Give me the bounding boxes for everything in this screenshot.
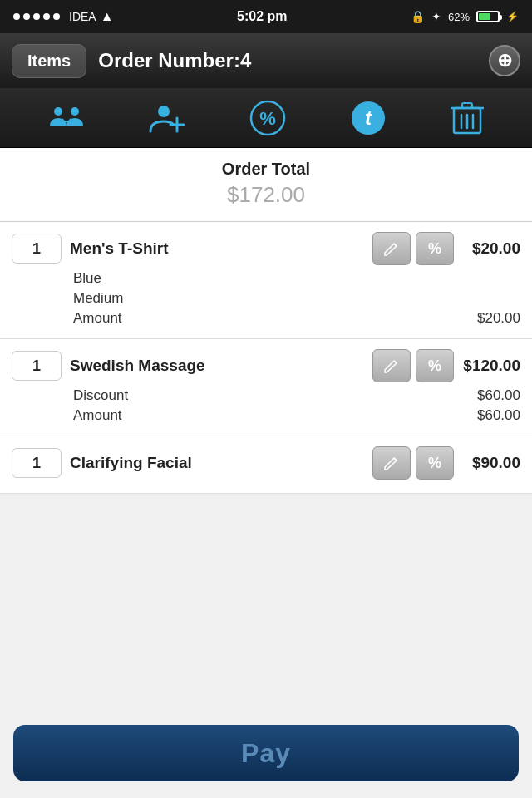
delete-order-button[interactable]	[451, 100, 484, 136]
svg-rect-11	[462, 103, 472, 108]
add-customer-button[interactable]	[149, 101, 185, 135]
discount-button[interactable]: %	[249, 100, 286, 136]
percent-icon: %	[428, 240, 441, 258]
item-detail-line: Medium	[12, 288, 520, 308]
pay-section: Pay	[0, 713, 532, 798]
bluetooth-icon: ✦	[431, 10, 441, 23]
time-label: 5:02 pm	[237, 9, 287, 24]
item-amount-label: Amount	[73, 310, 122, 327]
item-detail-line: Amount $60.00	[12, 406, 520, 426]
item-detail-line: Blue	[12, 268, 520, 288]
signal-dots	[13, 13, 60, 20]
item-name: Men's T-Shirt	[70, 239, 364, 258]
item-name: Swedish Massage	[70, 357, 364, 375]
back-button[interactable]: Items	[12, 44, 86, 78]
status-bar: IDEA ▲ 5:02 pm 🔒 ✦ 62% ⚡	[0, 0, 532, 33]
lock-icon: 🔒	[411, 10, 425, 23]
item-price: $90.00	[462, 454, 520, 472]
battery-indicator	[476, 11, 500, 22]
order-total-section: Order Total $172.00	[0, 148, 532, 222]
tip-button[interactable]: t	[350, 100, 387, 136]
edit-item-button[interactable]	[372, 232, 411, 265]
wifi-icon: ▲	[101, 9, 114, 24]
item-price: $120.00	[462, 357, 520, 375]
items-list: Men's T-Shirt % $20.00 Blue Medium	[0, 222, 532, 494]
item-qty-input[interactable]	[12, 351, 62, 381]
svg-text:t: t	[365, 106, 372, 129]
item-qty-input[interactable]	[12, 448, 62, 478]
content-area: Order Total $172.00 Men's T-Shirt % $20.…	[0, 148, 532, 585]
add-item-button[interactable]: ⊕	[489, 45, 520, 76]
pay-button[interactable]: Pay	[13, 725, 519, 781]
svg-text:%: %	[259, 108, 276, 129]
svg-point-1	[71, 107, 79, 116]
page-title: Order Number:4	[98, 49, 477, 72]
item-row: Clarifying Facial % $90.00	[0, 436, 532, 494]
edit-item-button[interactable]	[372, 349, 411, 382]
carrier-label: IDEA	[69, 10, 96, 23]
order-total-amount: $172.00	[0, 182, 532, 208]
item-discount-value: $60.00	[477, 387, 520, 404]
item-name: Clarifying Facial	[70, 454, 364, 472]
svg-point-2	[158, 106, 170, 117]
item-discount-button[interactable]: %	[416, 349, 454, 382]
item-detail-line: Discount $60.00	[12, 386, 520, 406]
item-action-btns: %	[372, 232, 454, 265]
status-left: IDEA ▲	[13, 9, 114, 24]
status-right: 🔒 ✦ 62% ⚡	[411, 10, 519, 23]
item-amount-label: Amount	[73, 407, 122, 424]
nav-bar: Items Order Number:4 ⊕	[0, 33, 532, 88]
item-color-label: Blue	[73, 270, 101, 287]
item-qty-input[interactable]	[12, 234, 62, 264]
item-amount-value: $60.00	[477, 407, 520, 424]
item-action-btns: %	[372, 446, 454, 480]
toolbar: % t	[0, 88, 532, 148]
edit-item-button[interactable]	[372, 446, 411, 480]
battery-percent: 62%	[448, 11, 470, 23]
item-price: $20.00	[462, 239, 520, 258]
item-amount-value: $20.00	[477, 310, 520, 327]
charging-icon: ⚡	[506, 11, 519, 22]
item-discount-label: Discount	[73, 387, 128, 404]
percent-icon: %	[428, 455, 441, 472]
item-row: Men's T-Shirt % $20.00 Blue Medium	[0, 222, 532, 339]
item-discount-button[interactable]: %	[416, 446, 454, 480]
item-row: Swedish Massage % $120.00 Discount $60.0…	[0, 339, 532, 436]
percent-icon: %	[428, 357, 441, 375]
item-discount-button[interactable]: %	[416, 232, 454, 265]
shuffle-button[interactable]	[48, 103, 85, 133]
item-size-label: Medium	[73, 290, 123, 307]
svg-point-0	[54, 107, 62, 116]
order-total-label: Order Total	[0, 160, 532, 179]
plus-icon: ⊕	[497, 50, 512, 71]
item-detail-line: Amount $20.00	[12, 308, 520, 328]
item-action-btns: %	[372, 349, 454, 382]
